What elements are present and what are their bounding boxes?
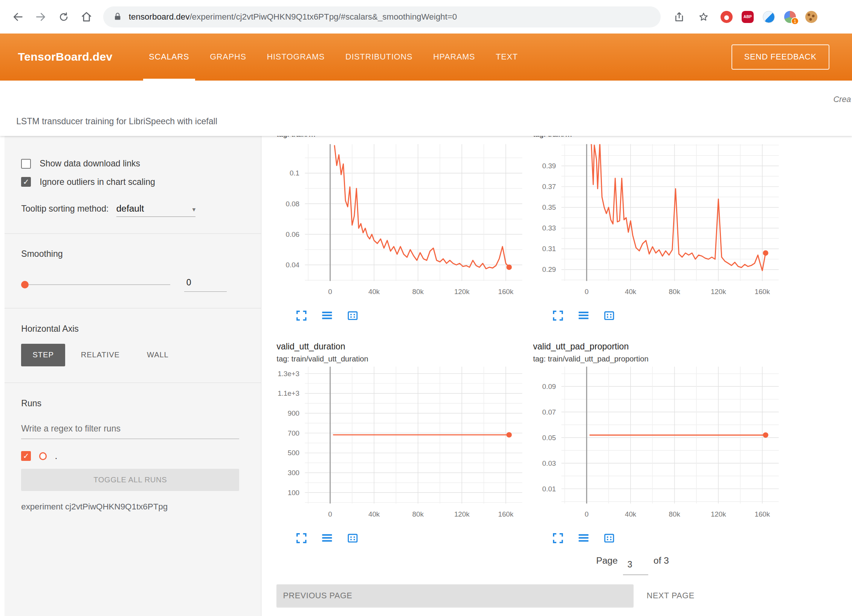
run-color-swatch[interactable] [39, 452, 47, 460]
svg-text:0.05: 0.05 [542, 433, 556, 441]
tab-scalars[interactable]: SCALARS [143, 34, 195, 80]
series-end-dot [763, 432, 768, 438]
fit-domain-button[interactable] [603, 309, 616, 322]
ignore-outliers-checkbox[interactable]: Ignore outliers in chart scaling [21, 177, 239, 187]
chart-actions [551, 309, 783, 322]
tooltip-sorting-dropdown[interactable]: default [116, 203, 196, 217]
chart-actions [295, 309, 527, 322]
tab-histograms[interactable]: HISTOGRAMS [261, 34, 331, 80]
send-feedback-button[interactable]: SEND FEEDBACK [731, 44, 829, 70]
tooltip-sorting-value: default [116, 203, 144, 214]
svg-text:160k: 160k [498, 510, 513, 518]
fit-data-icon [346, 532, 359, 545]
show-download-links-checkbox[interactable]: Show data download links [21, 159, 239, 169]
fullscreen-icon [551, 309, 565, 322]
svg-text:120k: 120k [711, 287, 726, 295]
svg-text:40k: 40k [625, 287, 637, 295]
svg-text:0.39: 0.39 [542, 162, 556, 170]
next-page-button[interactable]: NEXT PAGE [647, 591, 695, 601]
chart-tag: tag: train/… [276, 136, 527, 139]
runs-table-button[interactable] [321, 532, 334, 545]
bookmark-button[interactable] [696, 9, 711, 24]
run-name: . [55, 451, 57, 461]
chart-card: valid_utt_pad_proportion tag: train/vali… [528, 334, 783, 550]
fit-domain-button[interactable] [346, 309, 359, 322]
abp-extension-icon[interactable]: ABP [742, 11, 754, 23]
scalar-chart[interactable]: 0.010.030.050.070.09040k80k120k160k [528, 363, 783, 529]
fit-domain-button[interactable] [603, 532, 616, 545]
chart-tag: tag: train/valid_utt_duration [276, 355, 527, 363]
browser-actions: ABP 1 [672, 9, 817, 24]
svg-text:100: 100 [288, 488, 299, 496]
lines-icon [577, 532, 590, 545]
runs-filter-input[interactable] [21, 424, 239, 439]
previous-page-button[interactable]: PREVIOUS PAGE [276, 584, 634, 607]
chart-title: valid_utt_duration [276, 342, 527, 352]
svg-text:160k: 160k [498, 287, 513, 295]
series-line [334, 145, 509, 268]
forward-arrow-icon [35, 11, 47, 23]
star-icon [698, 11, 710, 23]
svg-text:900: 900 [288, 409, 299, 417]
runs-table-button[interactable] [577, 309, 590, 322]
reload-button[interactable] [53, 6, 74, 27]
runs-table-button[interactable] [321, 309, 334, 322]
svg-text:0.09: 0.09 [542, 382, 556, 390]
fit-domain-button[interactable] [346, 532, 359, 545]
forward-button[interactable] [31, 6, 51, 27]
horizontal-axis-label: Horizontal Axis [21, 324, 239, 334]
runs-table-button[interactable] [577, 532, 590, 545]
scalar-chart[interactable]: 0.040.060.080.1040k80k120k160k [271, 141, 527, 306]
expand-chart-button[interactable] [551, 532, 565, 545]
divider [5, 383, 261, 383]
profile-avatar[interactable]: 1 [784, 11, 796, 23]
url-path: /experiment/cj2vtPiwQHKN9Q1tx6PTpg/#scal… [189, 12, 457, 21]
run-checkbox[interactable] [21, 451, 31, 461]
tab-distributions[interactable]: DISTRIBUTIONS [339, 34, 418, 80]
expand-chart-button[interactable] [295, 532, 308, 545]
checkbox-label: Ignore outliers in chart scaling [40, 177, 155, 187]
url-bar[interactable]: tensorboard.dev/experiment/cj2vtPiwQHKN9… [103, 6, 661, 27]
tab-graphs[interactable]: GRAPHS [204, 34, 252, 80]
fullscreen-icon [551, 532, 565, 545]
scalar-chart[interactable]: 0.290.310.330.350.370.39040k80k120k160k [528, 141, 783, 306]
pager-buttons: PREVIOUS PAGE NEXT PAGE [261, 584, 852, 607]
svg-text:80k: 80k [412, 287, 424, 295]
expand-chart-button[interactable] [295, 309, 308, 322]
svg-text:0.33: 0.33 [542, 224, 556, 232]
toggle-all-runs-button[interactable]: TOGGLE ALL RUNS [21, 469, 239, 491]
svg-text:40k: 40k [368, 287, 380, 295]
svg-text:40k: 40k [625, 510, 637, 518]
share-button[interactable] [672, 9, 687, 24]
back-arrow-icon [12, 11, 24, 23]
back-button[interactable] [8, 6, 28, 27]
fullscreen-icon [295, 532, 308, 545]
axis-wall-button[interactable]: WALL [136, 344, 180, 367]
svg-text:160k: 160k [754, 510, 770, 518]
experiment-header: Crea LSTM transducer training for LibriS… [0, 81, 852, 136]
cookie-extension-icon[interactable] [805, 11, 817, 23]
expand-chart-button[interactable] [551, 309, 565, 322]
tab-text[interactable]: TEXT [490, 34, 524, 80]
clipped-created-text: Crea [833, 95, 851, 104]
home-button[interactable] [76, 6, 97, 27]
axis-step-button[interactable]: STEP [21, 344, 65, 367]
smoothing-slider[interactable] [21, 281, 170, 288]
chart-card: valid_utt_duration tag: train/valid_utt_… [271, 334, 527, 550]
fit-data-icon [603, 309, 616, 322]
chart-actions [295, 532, 527, 545]
svg-text:0: 0 [328, 510, 332, 518]
charts-panel: tag: train/… 0.040.060.080.1040k80k120k1… [261, 136, 852, 616]
svg-text:0.07: 0.07 [542, 408, 556, 416]
checkbox-icon [21, 159, 31, 169]
page-label: Page [596, 555, 618, 566]
scalar-chart[interactable]: 1003005007009001.1e+31.3e+3040k80k120k16… [271, 363, 527, 529]
adblock-extension-icon[interactable] [721, 11, 733, 23]
screenshot-extension-icon[interactable] [763, 11, 775, 23]
tab-hparams[interactable]: HPARAMS [427, 34, 481, 80]
axis-relative-button[interactable]: RELATIVE [70, 344, 131, 367]
smoothing-value-input[interactable] [184, 278, 227, 292]
url-domain: tensorboard.dev [129, 12, 190, 21]
slider-thumb[interactable] [21, 281, 29, 288]
page-number-input[interactable] [623, 560, 648, 575]
